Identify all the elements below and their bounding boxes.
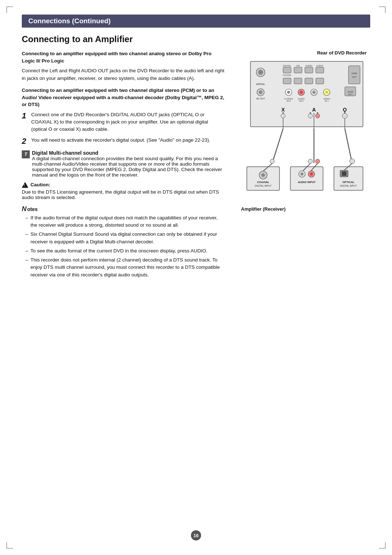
svg-text:DIGITAL INPUT: DIGITAL INPUT: [255, 185, 271, 187]
caution-title-text: Caution:: [30, 182, 50, 187]
svg-rect-4: [283, 67, 291, 73]
svg-text:AUDIO INPUT: AUDIO INPUT: [298, 181, 316, 184]
caution-triangle-icon: [22, 182, 28, 188]
svg-text:OUT: OUT: [348, 93, 353, 96]
svg-point-76: [350, 159, 355, 164]
corner-tr: [379, 7, 385, 13]
svg-text:HDMI: HDMI: [351, 72, 357, 74]
diagram-svg-wrap: AERIAL DIGITAL FM AUDIO AUDIO COAXIAL: [236, 58, 370, 204]
analog-body: Connect the Left and Right AUDIO OUT jac…: [22, 67, 225, 82]
right-column: Rear of DVD Recorder AERIAL: [236, 50, 370, 212]
svg-point-74: [308, 159, 313, 163]
caution-body: Due to the DTS Licensing agreement, the …: [22, 189, 225, 200]
svg-rect-58: [290, 167, 323, 190]
svg-point-21: [259, 90, 262, 94]
corner-br: [379, 542, 385, 548]
notes-list: If the audio format of the digital outpu…: [22, 214, 225, 279]
svg-text:OUT: OUT: [299, 100, 304, 102]
svg-point-65: [301, 173, 303, 175]
svg-line-46: [272, 129, 283, 163]
svg-text:X: X: [281, 107, 285, 113]
svg-text:COAXIAL: COAXIAL: [257, 181, 269, 184]
caution-title-row: Caution:: [22, 182, 225, 188]
analog-heading: Connecting to an amplifier equipped with…: [22, 50, 225, 64]
svg-point-55: [342, 113, 347, 118]
digital-note-title: Digital Multi-channel sound: [32, 150, 98, 156]
svg-line-48: [345, 129, 352, 163]
corner-tl: [7, 7, 13, 13]
svg-rect-6: [305, 67, 313, 73]
svg-text:HDMI: HDMI: [347, 91, 353, 93]
step-2: 2 You will need to activate the recorder…: [22, 137, 225, 146]
svg-rect-5: [294, 67, 302, 73]
page-title: Connecting to an Amplifier: [22, 34, 370, 44]
svg-rect-18: [305, 78, 313, 84]
svg-point-2: [258, 70, 263, 74]
svg-rect-13: [348, 66, 360, 84]
step-1-num: 1: [22, 111, 28, 133]
svg-rect-70: [342, 171, 346, 176]
corner-bl: [7, 542, 13, 548]
notes-section: N otes If the audio format of the digita…: [22, 205, 225, 279]
svg-point-61: [261, 173, 265, 177]
svg-rect-16: [283, 78, 291, 84]
svg-text:OUT: OUT: [286, 100, 291, 102]
svg-text:IN 1: IN 1: [324, 100, 329, 102]
amp-label: Amplifier (Receiver): [236, 206, 370, 212]
notes-n-icon: N: [22, 205, 26, 213]
caution-box: Caution: Due to the DTS Licensing agreem…: [22, 182, 225, 200]
svg-rect-17: [294, 78, 302, 84]
notes-header-text: otes: [27, 206, 38, 212]
svg-rect-7: [316, 67, 324, 73]
svg-text:COAXIAL: COAXIAL: [283, 74, 291, 76]
svg-point-32: [313, 91, 315, 94]
two-col-layout: Connecting to an amplifier equipped with…: [22, 50, 370, 284]
svg-text:AV OUT: AV OUT: [256, 97, 265, 100]
svg-text:AUDIO: AUDIO: [305, 65, 312, 67]
step-2-text: You will need to activate the recorder's…: [31, 137, 225, 146]
diagram-area: Rear of DVD Recorder AERIAL: [236, 50, 370, 212]
svg-point-24: [287, 91, 290, 94]
note-item-2: Six Channel Digital Surround Sound via d…: [25, 231, 225, 246]
note-item-1: If the audio format of the digital outpu…: [25, 214, 225, 229]
page-container: Connections (Continued) Connecting to an…: [0, 0, 392, 555]
svg-text:OUT: OUT: [352, 76, 357, 78]
svg-text:OPTICAL: OPTICAL: [343, 181, 355, 184]
step-2-num: 2: [22, 137, 28, 146]
note-item-4: This recorder does not perform internal …: [25, 256, 225, 279]
svg-point-53: [315, 114, 320, 118]
step-1: 1 Connect one of the DVD Recorder's DIGI…: [22, 111, 225, 133]
svg-point-34: [325, 91, 328, 94]
notes-header: N otes: [22, 205, 225, 213]
note-item-3: To see the audio format of the current D…: [25, 247, 225, 255]
section-header: Connections (Continued): [22, 15, 370, 28]
connection-diagram: AERIAL DIGITAL FM AUDIO AUDIO COAXIAL: [236, 58, 370, 203]
svg-point-67: [310, 173, 313, 175]
svg-text:AERIAL: AERIAL: [256, 83, 265, 85]
svg-text:AUDIO: AUDIO: [316, 65, 323, 67]
svg-text:A: A: [312, 107, 316, 113]
svg-point-49: [281, 114, 285, 118]
svg-text:FM: FM: [297, 65, 300, 67]
note-icon: T: [22, 150, 30, 158]
digital-note-content: Digital Multi-channel sound A digital mu…: [32, 150, 225, 178]
page-number: 16: [191, 530, 201, 540]
svg-point-28: [300, 91, 303, 94]
svg-rect-19: [316, 78, 324, 84]
digital-heading: Connecting to an amplifier equipped with…: [22, 87, 225, 108]
left-column: Connecting to an amplifier equipped with…: [22, 50, 225, 284]
digital-note-box: T Digital Multi-channel sound A digital …: [22, 150, 225, 178]
section-header-title: Connections (Continued): [28, 17, 111, 25]
svg-text:DIGITAL: DIGITAL: [283, 65, 292, 67]
svg-text:DIGITAL INPUT: DIGITAL INPUT: [340, 185, 357, 187]
rear-label: Rear of DVD Recorder: [236, 50, 370, 56]
step-1-text: Connect one of the DVD Recorder's DIGITA…: [31, 111, 225, 133]
digital-note-body: A digital multi-channel connection provi…: [32, 156, 222, 178]
svg-point-51: [308, 114, 313, 118]
svg-point-73: [270, 159, 274, 163]
svg-point-75: [315, 159, 320, 163]
